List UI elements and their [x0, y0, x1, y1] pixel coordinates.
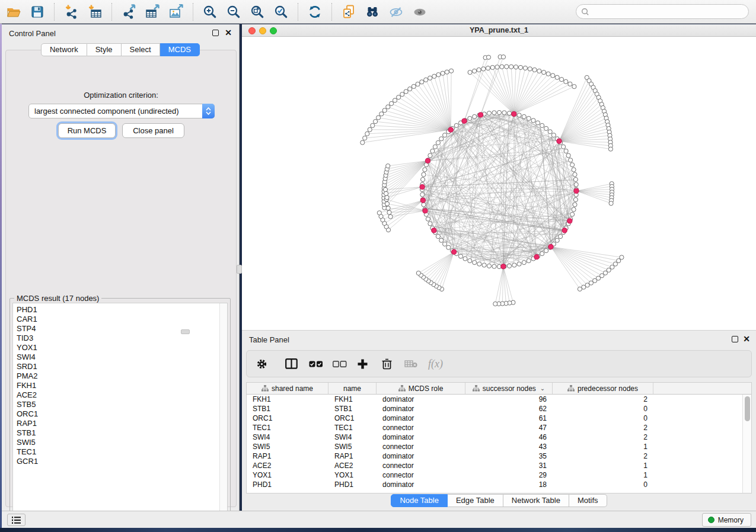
network-node[interactable] — [473, 261, 477, 265]
select-all-checkboxes-icon[interactable] — [309, 361, 323, 367]
export-image-icon[interactable] — [166, 3, 186, 21]
network-node[interactable] — [404, 89, 408, 94]
network-hub-node[interactable] — [534, 255, 539, 259]
network-node[interactable] — [441, 71, 445, 75]
horizontal-splitter-handle[interactable] — [181, 329, 190, 334]
close-panel-icon[interactable]: ✕ — [225, 28, 232, 37]
network-node[interactable] — [473, 69, 477, 73]
mcds-result-item[interactable]: STB1 — [17, 428, 227, 438]
import-table-icon[interactable] — [85, 3, 105, 21]
network-node[interactable] — [522, 114, 526, 118]
network-node[interactable] — [385, 201, 389, 206]
import-network-icon[interactable] — [61, 3, 81, 21]
network-node[interactable] — [572, 207, 576, 211]
column-header-successor-nodes[interactable]: successor nodes ⌄ — [465, 383, 553, 394]
zoom-out-icon[interactable] — [224, 3, 244, 21]
mcds-result-item[interactable]: CAR1 — [17, 315, 227, 324]
network-node[interactable] — [436, 140, 440, 145]
network-node[interactable] — [428, 222, 432, 226]
zoom-fit-icon[interactable] — [247, 3, 267, 21]
network-node[interactable] — [487, 264, 491, 268]
network-node[interactable] — [416, 82, 420, 86]
network-node[interactable] — [555, 238, 559, 242]
find-binoculars-icon[interactable] — [362, 3, 382, 21]
network-node[interactable] — [382, 108, 387, 113]
mcds-result-item[interactable]: TEC1 — [17, 447, 227, 457]
network-node[interactable] — [532, 68, 537, 72]
network-node[interactable] — [386, 206, 390, 210]
network-node[interactable] — [446, 245, 451, 249]
mcds-result-item[interactable]: ACE2 — [17, 390, 227, 400]
network-node[interactable] — [573, 203, 577, 207]
network-node[interactable] — [486, 66, 490, 70]
tab-mcds[interactable]: MCDS — [160, 43, 200, 56]
deselect-all-checkboxes-icon[interactable] — [333, 361, 347, 367]
network-node[interactable] — [564, 149, 568, 153]
network-node[interactable] — [374, 120, 378, 124]
network-node[interactable] — [386, 164, 390, 168]
network-node[interactable] — [368, 127, 372, 132]
mcds-result-item[interactable]: SRD1 — [17, 362, 227, 371]
network-node[interactable] — [574, 182, 578, 187]
network-node[interactable] — [492, 111, 496, 115]
mcds-result-item[interactable]: SWI5 — [17, 438, 227, 447]
network-node[interactable] — [572, 168, 576, 172]
tab-network-table[interactable]: Network Table — [503, 494, 569, 507]
network-hub-node[interactable] — [574, 188, 579, 193]
mcds-result-item[interactable]: SWI4 — [17, 352, 227, 362]
tab-style[interactable]: Style — [87, 43, 122, 56]
vertical-splitter-handle[interactable] — [237, 265, 242, 274]
tab-network[interactable]: Network — [41, 43, 87, 56]
network-node[interactable] — [390, 101, 394, 105]
float-panel-icon[interactable] — [732, 336, 738, 342]
network-node[interactable] — [443, 242, 447, 246]
network-node[interactable] — [371, 123, 375, 127]
mcds-result-item[interactable]: TID3 — [17, 334, 227, 343]
column-header-mcds-role[interactable]: MCDS role — [377, 383, 465, 394]
close-panel-button[interactable]: Close panel — [122, 123, 184, 138]
network-node[interactable] — [493, 302, 497, 306]
network-node[interactable] — [560, 78, 564, 82]
network-node[interactable] — [542, 70, 546, 75]
network-node[interactable] — [482, 263, 486, 267]
network-node[interactable] — [566, 153, 570, 158]
network-hub-node[interactable] — [462, 118, 467, 123]
network-node[interactable] — [384, 191, 388, 196]
mcds-result-item[interactable]: RAP1 — [17, 419, 227, 428]
mcds-result-item[interactable]: ORC1 — [17, 409, 227, 419]
result-list-scrollbar[interactable] — [219, 303, 227, 514]
network-node[interactable] — [537, 69, 541, 73]
mcds-result-item[interactable]: PHD1 — [17, 305, 227, 315]
network-node[interactable] — [393, 98, 397, 102]
network-node[interactable] — [528, 67, 532, 71]
network-hub-node[interactable] — [557, 139, 562, 143]
network-hub-node[interactable] — [479, 113, 483, 117]
network-node[interactable] — [564, 79, 568, 84]
save-session-icon[interactable] — [27, 3, 47, 21]
network-node[interactable] — [397, 95, 401, 100]
network-node[interactable] — [568, 82, 572, 86]
network-node[interactable] — [569, 158, 573, 162]
network-hub-node[interactable] — [420, 184, 425, 189]
network-node[interactable] — [570, 212, 575, 216]
table-row[interactable]: ORC1ORC1dominator610 — [247, 414, 751, 423]
network-node[interactable] — [573, 172, 577, 177]
network-node[interactable] — [535, 121, 540, 125]
network-node[interactable] — [546, 72, 550, 76]
network-node[interactable] — [422, 203, 426, 207]
float-panel-icon[interactable] — [212, 30, 219, 36]
table-row[interactable]: PHD1PHD1dominator180 — [247, 480, 751, 489]
network-hub-node[interactable] — [420, 198, 425, 203]
network-node[interactable] — [412, 84, 416, 88]
network-node[interactable] — [426, 217, 430, 221]
open-session-icon[interactable] — [4, 3, 24, 21]
network-node[interactable] — [383, 187, 387, 191]
network-node[interactable] — [505, 65, 509, 69]
network-node[interactable] — [501, 55, 505, 59]
network-node[interactable] — [509, 65, 513, 69]
network-node[interactable] — [388, 214, 393, 219]
export-table-icon[interactable] — [142, 3, 162, 21]
network-node[interactable] — [386, 105, 390, 109]
network-node[interactable] — [385, 196, 389, 200]
network-node[interactable] — [500, 65, 504, 69]
